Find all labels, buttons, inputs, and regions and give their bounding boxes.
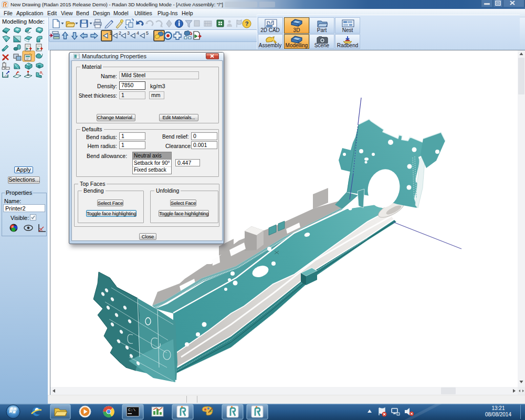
svg-text:?: ? bbox=[245, 20, 249, 27]
svg-text:2: 2 bbox=[119, 30, 121, 36]
svg-text:4: 4 bbox=[136, 30, 139, 36]
svg-text:1: 1 bbox=[109, 30, 112, 36]
svg-text:5: 5 bbox=[146, 30, 149, 36]
svg-text:3: 3 bbox=[127, 30, 130, 36]
svg-text:C:\: C:\ bbox=[128, 407, 136, 412]
